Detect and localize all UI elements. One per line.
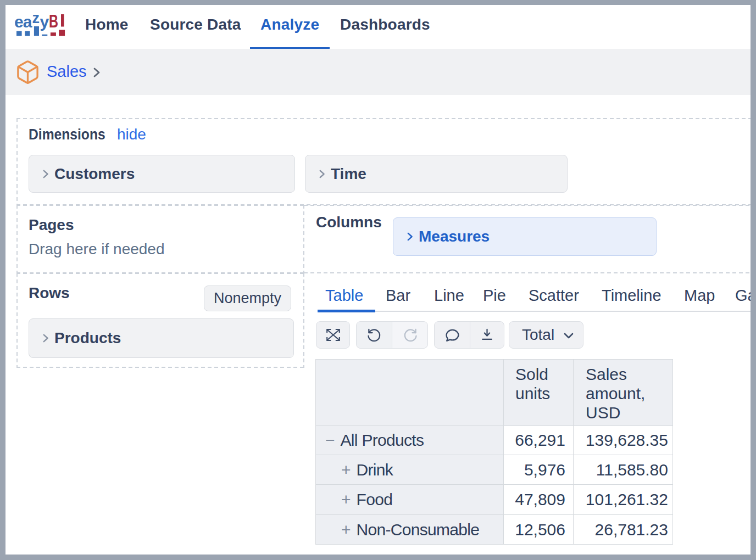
svg-text:z: z: [32, 13, 40, 26]
svg-text:ea: ea: [15, 13, 32, 31]
svg-text:y: y: [40, 13, 49, 31]
svg-text:B: B: [49, 13, 58, 31]
